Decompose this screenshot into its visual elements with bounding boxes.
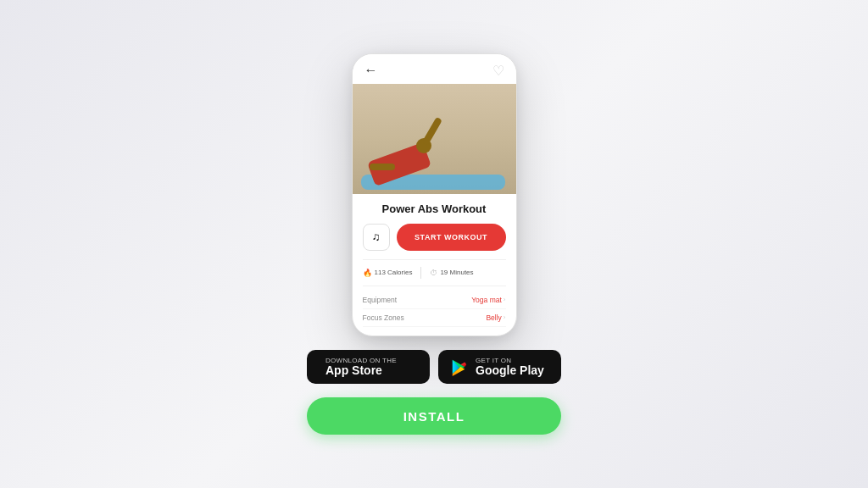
flame-icon: 🔥 (363, 269, 372, 277)
phone-heart-button[interactable]: ♡ (492, 63, 504, 79)
workout-actions: ♫ START WORKOUT (363, 224, 506, 251)
install-button[interactable]: INSTALL (307, 397, 561, 435)
googleplay-button[interactable]: GET IT ON Google Play (438, 350, 561, 384)
workout-image (353, 84, 516, 194)
googleplay-name: Google Play (476, 364, 544, 377)
equipment-value-text: Yoga mat (471, 296, 502, 304)
calories-stat: 🔥 113 Calories (363, 267, 413, 279)
appstore-button[interactable]: Download on the App Store (307, 350, 430, 384)
equipment-row: Equipment Yoga mat › (363, 291, 506, 309)
time-value: 19 Minutes (440, 269, 473, 276)
workout-title: Power Abs Workout (363, 202, 506, 215)
store-buttons-row: Download on the App Store (307, 350, 561, 384)
music-icon: ♫ (372, 230, 381, 243)
center-content: ← ♡ Power Abs Workout ♫ (307, 53, 561, 435)
chevron-icon: › (504, 313, 506, 321)
equipment-value[interactable]: Yoga mat › (471, 296, 505, 304)
focus-zones-row: Focus Zones Belly › (363, 309, 506, 327)
focus-value[interactable]: Belly › (486, 313, 505, 322)
workout-figure (370, 139, 454, 177)
time-stat: ⏱ 19 Minutes (430, 267, 473, 279)
phone-top-bar: ← ♡ (353, 54, 516, 84)
music-button[interactable]: ♫ (363, 224, 390, 251)
equipment-label: Equipment (363, 296, 398, 304)
main-container: ← ♡ Power Abs Workout ♫ (0, 0, 868, 488)
figure-support-arm (370, 164, 395, 170)
phone-back-button[interactable]: ← (364, 63, 378, 78)
google-play-icon (450, 358, 469, 376)
appstore-name: App Store (326, 364, 397, 377)
focus-value-text: Belly (486, 313, 501, 322)
start-workout-button[interactable]: START WORKOUT (397, 224, 506, 251)
appstore-text: Download on the App Store (326, 357, 397, 377)
phone-mockup: ← ♡ Power Abs Workout ♫ (352, 53, 517, 336)
chevron-icon: › (504, 296, 506, 303)
focus-label: Focus Zones (363, 313, 404, 322)
workout-stats: 🔥 113 Calories ⏱ 19 Minutes (363, 259, 506, 286)
phone-card-body: Power Abs Workout ♫ START WORKOUT 🔥 113 … (353, 194, 516, 336)
stat-divider (420, 267, 421, 279)
clock-icon: ⏱ (430, 269, 437, 277)
googleplay-text: GET IT ON Google Play (476, 357, 544, 377)
calories-value: 113 Calories (375, 269, 413, 276)
